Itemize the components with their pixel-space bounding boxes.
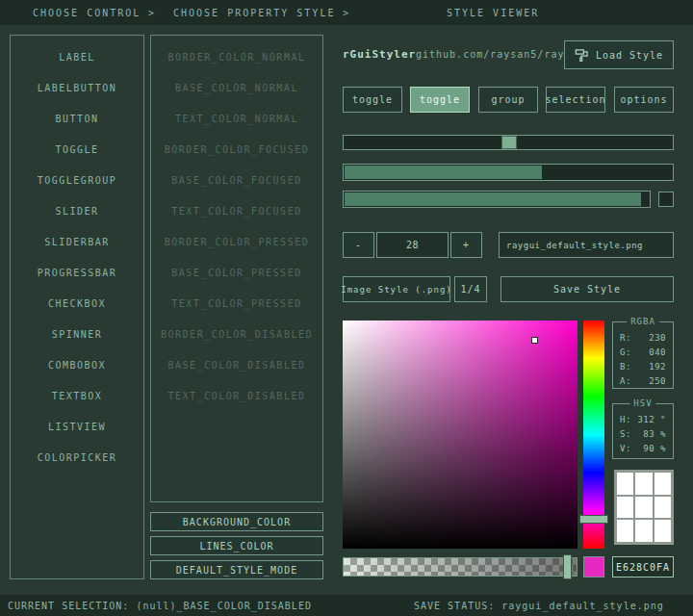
load-style-button[interactable]: Load Style <box>564 40 674 69</box>
property-list-item[interactable]: BASE_COLOR_PRESSED <box>151 257 322 288</box>
spinner-value[interactable]: 28 <box>376 232 449 258</box>
control-list-item[interactable]: TOGGLEGROUP <box>11 165 143 195</box>
controls-list: LABELLABELBUTTONBUTTONTOGGLETOGGLEGROUPS… <box>10 35 144 579</box>
rgba-row-r: R:230 <box>613 330 673 345</box>
header-section-choose-control: CHOOSE CONTROL <box>33 8 141 18</box>
property-list-item[interactable]: BORDER_COLOR_DISABLED <box>151 319 322 349</box>
current-color-swatch <box>583 556 604 578</box>
color-swatch-cell[interactable] <box>654 520 671 542</box>
save-status: SAVE STATUS: raygui_default_style.png <box>414 601 664 611</box>
color-picker-cursor[interactable] <box>531 337 538 344</box>
style-filename-input[interactable]: raygui_default_style.png <box>499 232 674 258</box>
header-bar: CHOOSE CONTROL > CHOOSE PROPERTY STYLE >… <box>0 0 693 25</box>
control-list-item[interactable]: COLORPICKER <box>11 442 143 473</box>
rguistyler-window: CHOOSE CONTROL > CHOOSE PROPERTY STYLE >… <box>0 0 693 616</box>
control-list-item[interactable]: SLIDER <box>11 195 143 226</box>
color-swatch-cell[interactable] <box>635 497 652 519</box>
toggle-option-3[interactable]: selection <box>546 87 605 113</box>
current-selection-status: CURRENT SELECTION: (null)_BASE_COLOR_DIS… <box>8 601 312 611</box>
control-list-item[interactable]: LABELBUTTON <box>11 72 143 103</box>
repo-link[interactable]: github.com/raysan5/raygui <box>416 49 585 60</box>
property-list-item[interactable]: BORDER_COLOR_NORMAL <box>151 41 322 72</box>
hsv-row-v: V:90 % <box>613 441 673 455</box>
slider-handle[interactable] <box>501 136 517 149</box>
load-style-label: Load Style <box>596 50 663 61</box>
control-list-item[interactable]: SPINNER <box>11 319 143 349</box>
property-list-item[interactable]: TEXT_COLOR_PRESSED <box>151 288 322 319</box>
property-list-item[interactable]: BASE_COLOR_FOCUSED <box>151 165 322 195</box>
progress-bar-fill <box>345 192 641 206</box>
control-list-item[interactable]: LISTVIEW <box>11 411 143 442</box>
default-style-mode-button[interactable]: DEFAULT_STYLE_MODE <box>150 560 323 579</box>
header-section-choose-property-style: CHOOSE PROPERTY STYLE <box>173 8 335 18</box>
rgba-group: RGBA R:230 G:040 B:192 A:250 <box>612 321 674 389</box>
color-picker-area[interactable] <box>343 321 578 549</box>
property-list-item[interactable]: TEXT_COLOR_DISABLED <box>151 380 322 411</box>
rgba-group-title: RGBA <box>627 317 659 326</box>
property-list-item[interactable]: TEXT_COLOR_NORMAL <box>151 103 322 134</box>
spinner-minus-button[interactable]: - <box>343 232 374 258</box>
image-style-combobox[interactable]: Image Style (.png) <box>343 276 450 302</box>
control-list-item[interactable]: LABEL <box>11 41 143 72</box>
toggle-option-4[interactable]: options <box>614 87 674 113</box>
rgba-row-g: G:040 <box>613 345 673 359</box>
color-swatch-cell[interactable] <box>617 473 633 495</box>
rgba-row-a: A:250 <box>613 373 673 388</box>
color-swatch-cell[interactable] <box>635 473 652 495</box>
property-list-item[interactable]: TEXT_COLOR_FOCUSED <box>151 195 322 226</box>
hue-slider-handle[interactable] <box>579 515 608 524</box>
slider-bar[interactable] <box>343 164 674 181</box>
chevron-right-icon: > <box>148 8 156 18</box>
property-list-item[interactable]: BORDER_COLOR_PRESSED <box>151 226 322 257</box>
properties-list: BORDER_COLOR_NORMALBASE_COLOR_NORMALTEXT… <box>150 35 323 502</box>
alpha-slider[interactable] <box>343 557 578 577</box>
control-list-item[interactable]: BUTTON <box>11 103 143 134</box>
hsv-group-title: HSV <box>629 398 655 408</box>
control-list-item[interactable]: TOGGLE <box>11 134 143 165</box>
control-list-item[interactable]: PROGRESSBAR <box>11 257 143 288</box>
rgba-row-b: B:192 <box>613 359 673 373</box>
lines-color-button[interactable]: LINES_COLOR <box>150 536 323 555</box>
header-section-style-viewer: STYLE VIEWER <box>447 8 539 18</box>
toggle-option-0[interactable]: toggle <box>343 87 402 113</box>
color-swatch-cell[interactable] <box>635 520 652 542</box>
spinner-plus-button[interactable]: + <box>450 232 482 258</box>
alpha-slider-handle[interactable] <box>563 554 572 579</box>
property-list-item[interactable]: BASE_COLOR_NORMAL <box>151 72 322 103</box>
control-list-item[interactable]: SLIDERBAR <box>11 226 143 257</box>
save-style-button[interactable]: Save Style <box>500 276 674 302</box>
toggle-option-1-active[interactable]: toggle <box>410 87 470 113</box>
paint-roller-icon <box>575 48 589 63</box>
hsv-row-s: S:83 % <box>613 426 673 441</box>
hsv-group: HSV H:312 ° S:83 % V:90 % <box>612 403 674 459</box>
control-list-item[interactable]: CHECKBOX <box>11 288 143 319</box>
hsv-row-h: H:312 ° <box>613 412 673 426</box>
app-title: rGuiStyler <box>343 48 416 61</box>
color-swatch-cell[interactable] <box>617 520 633 542</box>
toggle-option-2[interactable]: group <box>478 87 538 113</box>
status-bar: CURRENT SELECTION: (null)_BASE_COLOR_DIS… <box>0 595 693 616</box>
slider-bar-fill <box>345 166 542 179</box>
chevron-right-icon: > <box>343 8 350 18</box>
color-swatch-cell[interactable] <box>654 473 671 495</box>
background-color-button[interactable]: BACKGROUND_COLOR <box>150 512 323 531</box>
slider[interactable] <box>343 135 674 150</box>
checkbox[interactable] <box>658 192 674 207</box>
property-list-item[interactable]: BASE_COLOR_DISABLED <box>151 349 322 380</box>
color-swatch-cell[interactable] <box>617 497 633 519</box>
hex-value-input[interactable]: E628C0FA <box>612 556 674 578</box>
color-swatch-cell[interactable] <box>654 497 671 519</box>
control-list-item[interactable]: TEXTBOX <box>11 380 143 411</box>
progress-bar <box>343 191 651 208</box>
combobox-counter[interactable]: 1/4 <box>454 276 487 302</box>
color-swatch-grid <box>614 470 674 545</box>
property-list-item[interactable]: BORDER_COLOR_FOCUSED <box>151 134 322 165</box>
control-list-item[interactable]: COMBOBOX <box>11 349 143 380</box>
